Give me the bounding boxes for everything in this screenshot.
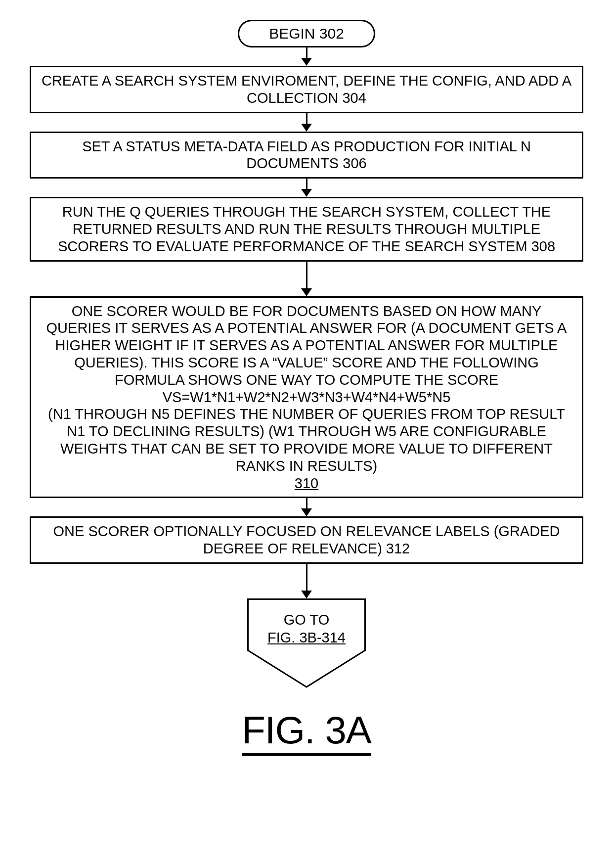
process-text: SET A STATUS META-DATA FIELD AS PRODUCTI… xyxy=(38,138,575,173)
arrow-down-icon xyxy=(301,179,312,197)
process-text: ONE SCORER OPTIONALLY FOCUSED ON RELEVAN… xyxy=(38,523,575,557)
offpage-goto-label: GO TO xyxy=(255,611,358,629)
arrow-down-icon xyxy=(301,564,312,598)
arrow-down-icon xyxy=(301,47,312,66)
offpage-connector: GO TO FIG. 3B-314 xyxy=(247,598,366,689)
process-step-310: ONE SCORER WOULD BE FOR DOCUMENTS BASED … xyxy=(30,296,583,499)
process-step-308: RUN THE Q QUERIES THROUGH THE SEARCH SYS… xyxy=(30,197,583,261)
process-step-306: SET A STATUS META-DATA FIELD AS PRODUCTI… xyxy=(30,132,583,179)
process-step-304: CREATE A SEARCH SYSTEM ENVIROMENT, DEFIN… xyxy=(30,66,583,113)
start-terminator: BEGIN 302 xyxy=(238,20,375,47)
offpage-point-icon xyxy=(247,650,366,689)
process-text-part2: (N1 THROUGH N5 DEFINES THE NUMBER OF QUE… xyxy=(38,406,575,474)
process-step-312: ONE SCORER OPTIONALLY FOCUSED ON RELEVAN… xyxy=(30,516,583,564)
process-ref: 310 xyxy=(38,475,575,492)
offpage-link-label: FIG. 3B-314 xyxy=(255,629,358,646)
figure-caption-wrap: FIG. 3A xyxy=(30,698,583,756)
arrow-down-icon xyxy=(301,262,312,296)
figure-caption: FIG. 3A xyxy=(242,708,371,756)
flowchart-container: BEGIN 302 CREATE A SEARCH SYSTEM ENVIROM… xyxy=(30,20,583,689)
process-text: RUN THE Q QUERIES THROUGH THE SEARCH SYS… xyxy=(38,203,575,255)
process-text-part1: ONE SCORER WOULD BE FOR DOCUMENTS BASED … xyxy=(38,303,575,389)
arrow-down-icon xyxy=(301,498,312,516)
process-formula: VS=W1*N1+W2*N2+W3*N3+W4*N4+W5*N5 xyxy=(38,389,575,406)
arrow-down-icon xyxy=(301,113,312,132)
start-label: BEGIN 302 xyxy=(269,25,344,42)
process-text: CREATE A SEARCH SYSTEM ENVIROMENT, DEFIN… xyxy=(38,72,575,107)
